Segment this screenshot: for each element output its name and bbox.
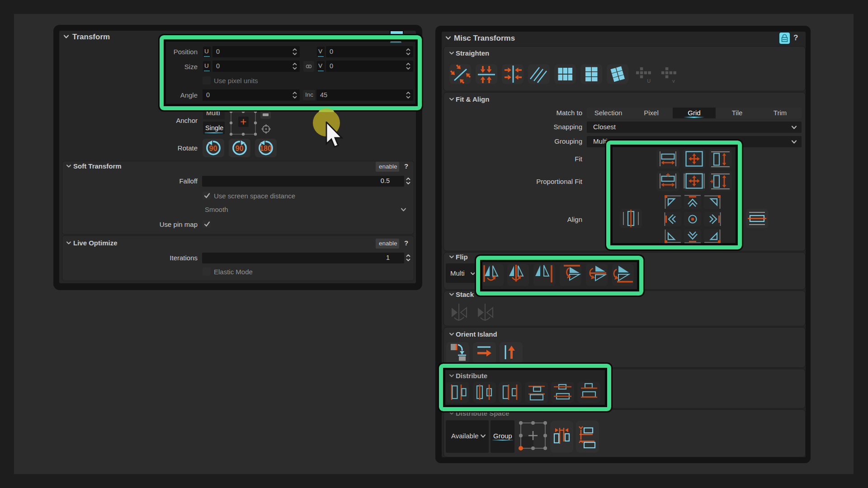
svg-text:v: v bbox=[672, 78, 675, 84]
svg-text:90: 90 bbox=[236, 145, 244, 152]
svg-text:U: U bbox=[647, 78, 651, 84]
svg-text:180: 180 bbox=[259, 145, 272, 152]
svg-text:90: 90 bbox=[209, 145, 217, 152]
